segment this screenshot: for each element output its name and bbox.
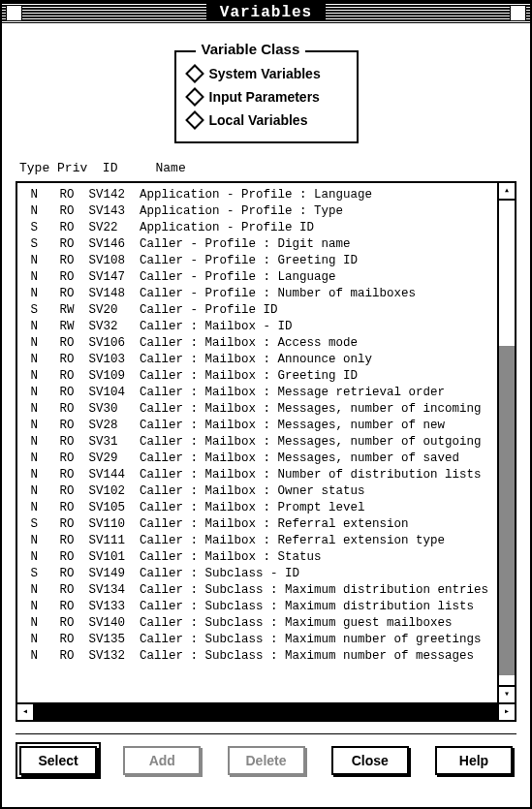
scroll-right-button[interactable] [497,704,515,720]
table-row[interactable]: S RO SV149 Caller : Subclass - ID [23,566,495,582]
table-row[interactable]: N RO SV144 Caller : Mailbox : Number of … [23,467,495,483]
table-row[interactable]: N RO SV135 Caller : Subclass : Maximum n… [23,632,495,648]
radio-input-parameters[interactable]: Input Parameters [188,85,345,109]
variable-class-legend: Variable Class [196,41,306,57]
scroll-down-button[interactable] [499,685,515,702]
table-row[interactable]: N RO SV29 Caller : Mailbox : Messages, n… [23,451,495,467]
select-button[interactable]: Select [19,746,97,775]
table-row[interactable]: N RO SV148 Caller - Profile : Number of … [23,286,495,302]
table-row[interactable]: N RO SV132 Caller : Subclass : Maximum n… [23,648,495,665]
horizontal-scrollbar[interactable] [16,704,516,722]
table-row[interactable]: N RO SV106 Caller : Mailbox : Access mod… [23,335,495,352]
delete-button[interactable]: Delete [228,746,305,775]
table-row[interactable]: N RO SV30 Caller : Mailbox : Messages, n… [23,401,495,418]
add-button[interactable]: Add [123,746,201,775]
diamond-icon [185,87,204,107]
radio-system-variables[interactable]: System Variables [188,62,345,85]
titlebar: Variables [2,2,530,23]
scroll-track[interactable] [499,201,515,685]
diamond-icon [185,64,204,83]
table-row[interactable]: N RO SV143 Application - Profile : Type [23,203,495,220]
radio-label: System Variables [209,66,321,81]
help-button[interactable]: Help [435,746,513,775]
vertical-scrollbar[interactable] [497,183,515,702]
table-row[interactable]: N RO SV111 Caller : Mailbox : Referral e… [23,533,495,549]
table-row[interactable]: S RW SV20 Caller - Profile ID [23,302,495,319]
table-row[interactable]: S RO SV22 Application - Profile ID [23,220,495,236]
table-row[interactable]: S RO SV110 Caller : Mailbox : Referral e… [23,516,495,533]
variables-window: Variables Variable Class System Variable… [0,0,532,809]
radio-local-variables[interactable]: Local Variables [188,109,345,132]
work-area: Variable Class System Variables Input Pa… [2,23,530,807]
table-row[interactable]: N RO SV140 Caller : Subclass : Maximum g… [23,615,495,632]
close-button[interactable]: Close [331,746,409,775]
radio-label: Input Parameters [209,89,320,105]
table-row[interactable]: N RO SV142 Application - Profile : Langu… [23,187,495,203]
table-row[interactable]: N RO SV108 Caller - Profile : Greeting I… [23,253,495,269]
column-headers: Type Priv ID Name [16,161,516,181]
table-row[interactable]: N RO SV103 Caller : Mailbox : Announce o… [23,352,495,368]
button-row: Select Add Delete Close Help [16,746,516,785]
scroll-up-button[interactable] [499,183,515,201]
table-row[interactable]: N RO SV101 Caller : Mailbox : Status [23,549,495,566]
variable-list-body[interactable]: N RO SV142 Application - Profile : Langu… [17,183,497,702]
table-row[interactable]: N RW SV32 Caller : Mailbox - ID [23,319,495,335]
hscroll-track[interactable] [35,704,497,720]
divider [16,733,516,734]
scroll-left-button[interactable] [17,704,35,720]
table-row[interactable]: N RO SV133 Caller : Subclass : Maximum d… [23,599,495,615]
table-row[interactable]: N RO SV109 Caller : Mailbox : Greeting I… [23,368,495,385]
scroll-thumb[interactable] [499,346,515,675]
table-row[interactable]: N RO SV28 Caller : Mailbox : Messages, n… [23,418,495,434]
variable-class-group: Variable Class System Variables Input Pa… [174,50,359,143]
table-row[interactable]: N RO SV102 Caller : Mailbox : Owner stat… [23,483,495,500]
window-title: Variables [206,4,326,21]
radio-label: Local Variables [209,112,308,128]
table-row[interactable]: N RO SV147 Caller - Profile : Language [23,269,495,286]
hscroll-thumb[interactable] [35,704,497,720]
table-row[interactable]: N RO SV31 Caller : Mailbox : Messages, n… [23,434,495,451]
table-row[interactable]: N RO SV104 Caller : Mailbox : Message re… [23,385,495,401]
diamond-icon [185,110,204,130]
table-row[interactable]: N RO SV134 Caller : Subclass : Maximum d… [23,582,495,599]
table-row[interactable]: N RO SV105 Caller : Mailbox : Prompt lev… [23,500,495,516]
table-row[interactable]: S RO SV146 Caller - Profile : Digit name [23,236,495,253]
variable-list: N RO SV142 Application - Profile : Langu… [16,181,516,704]
